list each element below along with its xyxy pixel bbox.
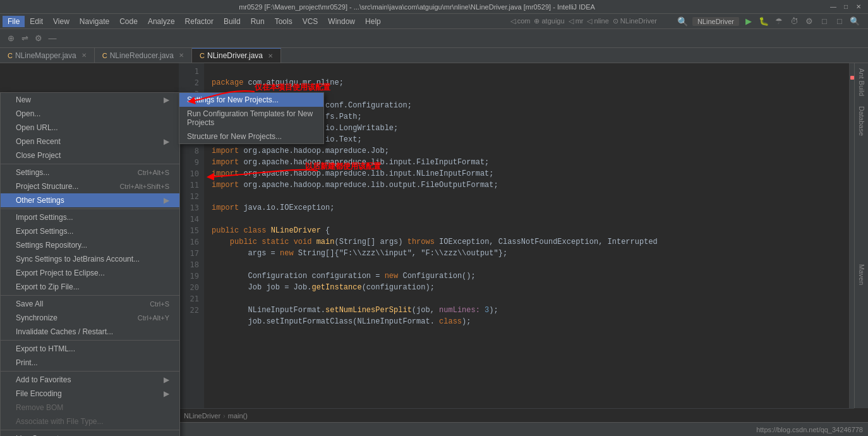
menu-build[interactable]: Build	[219, 16, 246, 27]
menu-tools[interactable]: Tools	[270, 16, 298, 27]
menu-import-settings[interactable]: Import Settings...	[1, 210, 179, 224]
menu-sync-settings[interactable]: Sync Settings to JetBrains Account...	[1, 252, 179, 266]
title-bar: mr0529 [F:\Maven_project\mr0529] - ...\s…	[0, 0, 868, 14]
menu-help[interactable]: Help	[360, 16, 386, 27]
submenu-settings-new-projects[interactable]: Settings for New Projects...	[179, 93, 323, 107]
database-panel[interactable]: Database	[857, 101, 867, 141]
menu-export-settings[interactable]: Export Settings...	[1, 224, 179, 238]
menu-file-encoding[interactable]: File Encoding ▶	[1, 387, 179, 401]
separator5	[1, 371, 179, 372]
menu-export-zip[interactable]: Export to Zip File...	[1, 280, 179, 294]
menu-invalidate-caches[interactable]: Invalidate Caches / Restart...	[1, 325, 179, 339]
menu-edit[interactable]: Edit	[25, 16, 48, 27]
tab-nlinemapper[interactable]: C NLineMapper.java ✕	[0, 48, 95, 63]
gutter-error-marker	[850, 76, 854, 80]
tab-nlinereducer[interactable]: C NLineReducer.java ✕	[95, 48, 192, 63]
profile-button[interactable]: ⏱	[788, 16, 800, 27]
menu-save-all[interactable]: Save All Ctrl+S	[1, 297, 179, 311]
separator3	[1, 295, 179, 296]
menu-view[interactable]: View	[48, 16, 75, 27]
ant-build-panel[interactable]: Ant Build	[857, 63, 867, 101]
separator1	[1, 164, 179, 164]
file-menu-dropdown: New ▶ Open... Open URL... Open Recent ▶ …	[0, 92, 180, 436]
menu-synchronize[interactable]: Synchronize Ctrl+Alt+Y	[1, 311, 179, 325]
menu-new[interactable]: New ▶	[1, 93, 179, 107]
menu-run[interactable]: Run	[246, 16, 270, 27]
tab-nlinedriver[interactable]: C NLineDriver.java ✕	[192, 48, 281, 63]
breadcrumb-main[interactable]: main()	[228, 412, 248, 420]
minimize-button[interactable]: —	[829, 3, 838, 11]
menu-associate-file-type: Associate with File Type...	[1, 415, 179, 428]
menu-other-settings[interactable]: Other Settings ▶	[1, 193, 179, 207]
menu-export-html[interactable]: Export to HTML...	[1, 342, 179, 356]
tab-nlinedriver-icon: C	[200, 52, 205, 59]
submenu-run-config-templates[interactable]: Run Configuration Templates for New Proj…	[179, 107, 323, 130]
menu-vcs[interactable]: VCS	[298, 16, 323, 27]
tab-nlinereducer-icon: C	[102, 52, 107, 59]
forward-icon[interactable]: ⇌	[19, 33, 30, 44]
tab-nlinedriver-close[interactable]: ✕	[268, 52, 273, 59]
run-with-coverage-button[interactable]: ☂	[773, 16, 785, 27]
menu-close-project[interactable]: Close Project	[1, 148, 179, 162]
run-toolbar: ◁.com ⊕ atguigu ◁ mr ◁ nline ⊙ NLineDriv…	[510, 16, 865, 27]
menu-open-url[interactable]: Open URL...	[1, 121, 179, 135]
submenu-structure-new-projects[interactable]: Structure for New Projects...	[179, 130, 323, 143]
separator2	[1, 209, 179, 209]
menu-analyze[interactable]: Analyze	[143, 16, 180, 27]
tab-nlinemapper-icon: C	[8, 52, 13, 59]
tab-nlinereducer-label: NLineReducer.java	[110, 51, 174, 60]
menu-open[interactable]: Open...	[1, 107, 179, 121]
breadcrumb-bar: NLineDriver › main()	[179, 408, 854, 422]
settings-gear-icon[interactable]: ⚙	[33, 33, 44, 44]
separator6	[1, 430, 179, 430]
main-layout: New ▶ Open... Open URL... Open Recent ▶ …	[0, 63, 868, 408]
menu-code[interactable]: Code	[114, 16, 143, 27]
menu-bar: File Edit View Navigate Code Analyze Ref…	[0, 14, 868, 29]
right-panels: Ant Build Database Maven	[854, 63, 868, 408]
breadcrumb-separator: ›	[223, 412, 226, 420]
menu-project-structure[interactable]: Project Structure... Ctrl+Alt+Shift+S	[1, 179, 179, 193]
other-settings-submenu: Settings for New Projects... Run Configu…	[179, 92, 324, 144]
search-everywhere-icon[interactable]: 🔍	[677, 16, 689, 27]
menu-remove-bom: Remove BOM	[1, 401, 179, 415]
close-button[interactable]: ✕	[854, 3, 863, 11]
tab-nlinemapper-label: NLineMapper.java	[15, 51, 76, 60]
gutter-right	[849, 63, 854, 408]
debug-button[interactable]: 🐛	[758, 16, 769, 27]
status-right: https://blog.csdn.net/qq_34246778	[756, 426, 863, 433]
toolbar-extra2-icon[interactable]: □	[834, 16, 845, 27]
menu-file[interactable]: File	[3, 16, 25, 27]
toolbar-search-icon[interactable]: 🔍	[849, 16, 860, 27]
breadcrumb-nlinedriver[interactable]: NLineDriver	[184, 412, 220, 420]
menu-export-eclipse[interactable]: Export Project to Eclipse...	[1, 266, 179, 280]
collapse-icon[interactable]: —	[47, 33, 58, 44]
maven-panel[interactable]: Maven	[857, 259, 867, 290]
menu-line-separators[interactable]: Line Separators ▶	[1, 432, 179, 436]
menu-settings-repository[interactable]: Settings Repository...	[1, 238, 179, 252]
menu-settings[interactable]: Settings... Ctrl+Alt+S	[1, 166, 179, 179]
tab-nlinemapper-close[interactable]: ✕	[81, 52, 87, 59]
toolbar-settings-icon[interactable]: ⚙	[804, 16, 815, 27]
menu-print[interactable]: Print...	[1, 356, 179, 370]
run-button[interactable]: ▶	[743, 16, 754, 27]
tab-bar: C NLineMapper.java ✕ C NLineReducer.java…	[0, 48, 868, 63]
back-icon[interactable]: ⊕	[5, 33, 16, 44]
menu-navigate[interactable]: Navigate	[75, 16, 114, 27]
separator4	[1, 340, 179, 341]
title-text: mr0529 [F:\Maven_project\mr0529] - ...\s…	[5, 3, 829, 11]
menu-add-favorites[interactable]: Add to Favorites ▶	[1, 373, 179, 387]
maximize-button[interactable]: □	[841, 3, 850, 11]
run-config-selector[interactable]: NLineDriver	[692, 17, 739, 26]
editor-toolbar: ⊕ ⇌ ⚙ —	[0, 29, 868, 48]
tab-nlinereducer-close[interactable]: ✕	[179, 52, 184, 59]
toolbar-extra1-icon[interactable]: □	[819, 16, 830, 27]
tab-nlinedriver-label: NLineDriver.java	[207, 51, 263, 60]
menu-open-recent[interactable]: Open Recent ▶	[1, 135, 179, 148]
menu-window[interactable]: Window	[323, 16, 360, 27]
menu-refactor[interactable]: Refactor	[180, 16, 219, 27]
